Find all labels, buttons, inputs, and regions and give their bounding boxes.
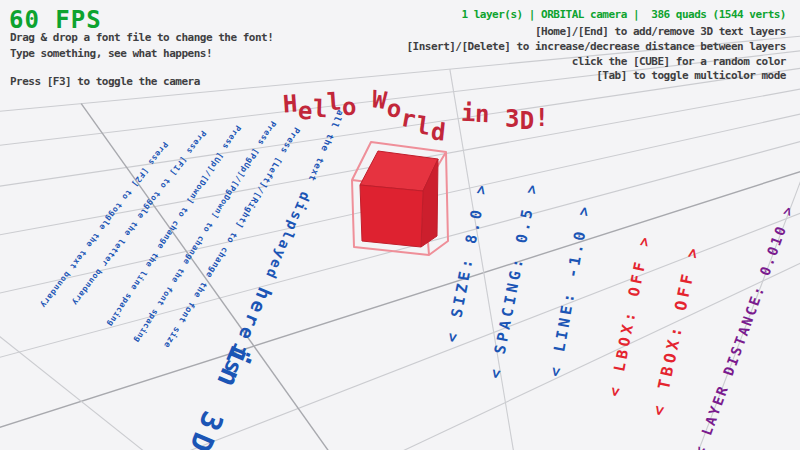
hint-layer-distance: [Insert]/[Delete] to increase/decrease d… xyxy=(406,40,786,53)
hello-letter: n xyxy=(475,100,490,128)
hello-letter: e xyxy=(297,97,313,126)
param-readout: < TBOX: OFF > xyxy=(649,243,704,418)
floor-instruction: Press [F2] to toggle the text boundary xyxy=(38,140,169,310)
hint-camera: Press [F3] to toggle the camera xyxy=(10,75,200,88)
param-readout: < LBOX: OFF > xyxy=(605,232,654,398)
hud-right-block: 1 layer(s) | ORBITAL camera | 386 quads … xyxy=(186,0,786,100)
hello-letter: 3 xyxy=(505,105,519,133)
floor-caption-segment: here xyxy=(234,284,277,346)
status-bar: 1 layer(s) | ORBITAL camera | 386 quads … xyxy=(462,8,787,21)
hello-letter: ! xyxy=(535,104,549,132)
floor-caption-segment: displayed xyxy=(262,190,313,283)
floor-caption-segment: in 3D xyxy=(180,342,257,450)
viewport-3d[interactable]: Press [F2] to toggle the text boundaryPr… xyxy=(0,0,800,450)
hello-letter: i xyxy=(460,99,475,127)
param-readout: < SPACING: 0.5 > xyxy=(486,180,542,380)
hint-cube-color: click the [CUBE] for a random color xyxy=(572,55,786,68)
param-readout: < SIZE: 8.0 > xyxy=(443,180,492,343)
param-readout: < LINE: -1.0 > xyxy=(546,202,594,378)
param-readout: < LAYER DISTANCE: 0.010 > xyxy=(691,202,797,450)
hello-letter: d xyxy=(430,117,447,146)
fps-counter: 60 FPS xyxy=(9,6,102,34)
hint-layers: [Home]/[End] to add/remove 3D text layer… xyxy=(535,25,786,38)
hint-multicolor: [Tab] to toggle multicolor mode xyxy=(596,69,786,82)
hello-letter: D xyxy=(520,107,534,135)
hint-type: Type something, see what happens! xyxy=(10,47,212,60)
